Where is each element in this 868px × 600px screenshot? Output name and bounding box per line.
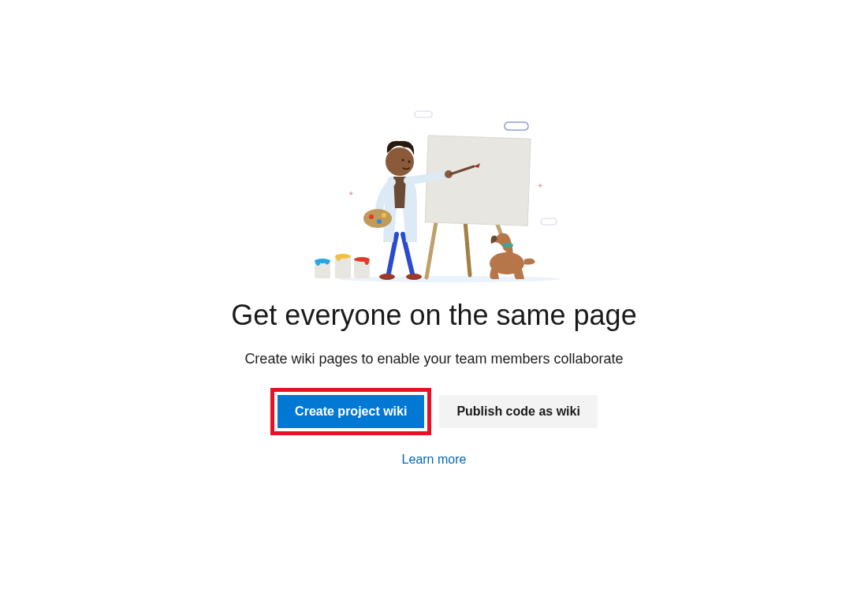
svg-point-5 — [379, 274, 395, 280]
svg-text:✦: ✦ — [537, 181, 543, 190]
svg-text:✦: ✦ — [348, 189, 354, 198]
button-row: Create project wiki Publish code as wiki — [270, 388, 598, 435]
illustration-painter: ✦ ✦ — [308, 102, 561, 283]
svg-point-18 — [502, 243, 513, 248]
svg-point-11 — [363, 209, 392, 228]
svg-point-13 — [377, 219, 382, 224]
empty-state-subtitle: Create wiki pages to enable your team me… — [244, 351, 623, 367]
empty-state-container: ✦ ✦ Get everyone on the same page Create… — [231, 102, 636, 467]
annotation-highlight: Create project wiki — [270, 388, 431, 435]
svg-point-0 — [340, 276, 561, 282]
svg-point-12 — [369, 214, 374, 219]
svg-rect-4 — [425, 136, 531, 225]
svg-point-9 — [408, 161, 410, 163]
create-project-wiki-button[interactable]: Create project wiki — [278, 395, 424, 428]
svg-point-14 — [382, 213, 386, 218]
svg-point-8 — [401, 159, 404, 162]
publish-code-as-wiki-button[interactable]: Publish code as wiki — [439, 395, 598, 428]
learn-more-link[interactable]: Learn more — [402, 453, 467, 467]
empty-state-heading: Get everyone on the same page — [231, 299, 636, 332]
svg-point-6 — [406, 274, 422, 280]
